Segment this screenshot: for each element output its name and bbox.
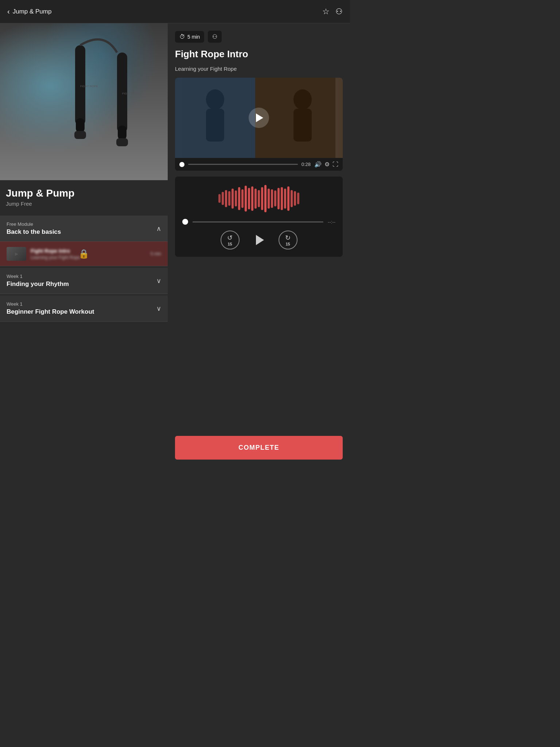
right-panel: ⏱ 5 min ⚇ Fight Rope Intro Learning your… <box>168 23 350 467</box>
waveform-bar <box>277 188 280 209</box>
waveform-bar <box>281 187 283 210</box>
waveform-bar <box>271 189 273 208</box>
svg-text:FIGHT ROPE: FIGHT ROPE <box>80 85 98 88</box>
module-week1-beginner: Week 1 Beginner Fight Rope Workout ∨ <box>0 295 168 322</box>
link-badge[interactable]: ⚇ <box>208 31 222 43</box>
waveform-bar <box>248 188 250 209</box>
video-play-button[interactable] <box>249 108 269 128</box>
svg-point-11 <box>206 89 224 110</box>
forward-button[interactable]: ↻ 15 <box>279 231 298 249</box>
module-free-header[interactable]: Free Module Back to the basics ∧ <box>0 216 168 241</box>
rewind-label: 15 <box>228 242 232 246</box>
svg-rect-3 <box>74 131 86 139</box>
back-arrow-icon: ‹ <box>7 7 10 16</box>
module-week1-beginner-chevron: ∨ <box>156 305 161 313</box>
audio-progress-handle[interactable] <box>182 219 188 225</box>
settings-icon[interactable]: ⚙ <box>324 161 330 168</box>
svg-point-13 <box>293 89 312 110</box>
waveform-bar <box>274 190 276 206</box>
content-description: Learning your Fight Rope <box>175 66 343 72</box>
svg-text:FIGHT ROPE: FIGHT ROPE <box>122 92 140 95</box>
course-subtitle: Jump Free <box>6 201 162 207</box>
audio-progress-row: --:-- <box>182 219 335 225</box>
volume-icon[interactable]: 🔊 <box>314 161 322 168</box>
waveform-bar <box>245 186 247 212</box>
module-week1-rhythm-header[interactable]: Week 1 Finding your Rhythm ∨ <box>0 268 168 294</box>
video-controls: 0:28 🔊 ⚙ ⛶ <box>175 158 343 171</box>
left-panel: FIGHT ROPE FIGHT ROPE Jump & Pump Jump F… <box>0 23 168 467</box>
svg-rect-6 <box>116 138 128 146</box>
content-title: Fight Rope Intro <box>175 49 343 60</box>
module-free-label: Free Module <box>7 221 61 227</box>
course-main-title: Jump & Pump <box>6 187 162 199</box>
modules-list: Free Module Back to the basics ∧ ▶ Fight… <box>0 210 168 327</box>
meta-row: ⏱ 5 min ⚇ <box>175 31 343 43</box>
complete-section: COMPLETE <box>175 432 343 460</box>
waveform-bar <box>222 192 224 205</box>
video-thumbnail[interactable] <box>175 78 343 158</box>
hero-image: FIGHT ROPE FIGHT ROPE <box>0 23 168 180</box>
audio-controls: ↺ 15 ↻ 15 <box>221 231 298 249</box>
audio-player: --:-- ↺ 15 ↻ 15 <box>175 177 343 257</box>
course-title-section: Jump & Pump Jump Free <box>0 180 168 210</box>
back-label: Jump & Pump <box>13 8 52 15</box>
rewind-button[interactable]: ↺ 15 <box>221 231 240 249</box>
video-progress-bar[interactable] <box>188 164 298 165</box>
waveform <box>182 184 335 213</box>
header-right: ☆ ⚇ <box>322 7 343 16</box>
complete-button[interactable]: COMPLETE <box>175 436 343 460</box>
video-player: 0:28 🔊 ⚙ ⛶ <box>175 78 343 171</box>
video-progress-handle[interactable] <box>179 162 184 167</box>
waveform-bar <box>232 189 234 209</box>
rope-illustration: FIGHT ROPE FIGHT ROPE <box>53 23 155 180</box>
waveform-bar <box>238 187 240 210</box>
fullscreen-icon[interactable]: ⛶ <box>332 161 338 168</box>
waveform-bar <box>261 187 263 210</box>
lock-icon: 🔒 <box>78 249 89 259</box>
waveform-bar <box>291 190 293 207</box>
header-left: ‹ Jump & Pump <box>7 7 51 16</box>
video-ctrl-icons: 🔊 ⚙ ⛶ <box>314 161 338 168</box>
video-timestamp: 0:28 <box>302 162 311 167</box>
svg-rect-5 <box>118 125 127 140</box>
lesson-duration: 5 min <box>151 251 161 256</box>
lesson-thumbnail: ▶ <box>7 247 26 261</box>
waveform-bar <box>264 185 267 212</box>
header: ‹ Jump & Pump ☆ ⚇ <box>0 0 350 23</box>
audio-progress-bar[interactable] <box>192 221 323 222</box>
svg-rect-2 <box>76 118 85 133</box>
waveform-bar <box>287 186 289 211</box>
locked-lesson-item[interactable]: ▶ Fight Rope Intro Learning your Fight R… <box>0 241 168 266</box>
module-week1-rhythm-chevron: ∨ <box>156 277 161 285</box>
module-week1-rhythm-name: Finding your Rhythm <box>7 280 69 288</box>
lesson-thumb-inner: ▶ <box>7 247 26 261</box>
waveform-bar <box>241 189 244 208</box>
clock-icon: ⏱ <box>179 34 185 40</box>
duration-text: 5 min <box>187 34 200 40</box>
play-triangle-icon <box>256 113 263 122</box>
waveform-bar <box>254 189 257 209</box>
waveform-bar <box>235 190 237 206</box>
svg-rect-0 <box>53 23 155 180</box>
back-button[interactable]: ‹ Jump & Pump <box>7 7 51 16</box>
module-week1-beginner-name: Beginner Fight Rope Workout <box>7 308 94 316</box>
module-week1-beginner-label: Week 1 <box>7 301 94 307</box>
module-week1-rhythm-label: Week 1 <box>7 274 69 279</box>
module-week1-beginner-header[interactable]: Week 1 Beginner Fight Rope Workout ∨ <box>0 295 168 321</box>
module-free-chevron: ∧ <box>156 225 161 233</box>
waveform-bar <box>294 191 296 205</box>
module-free-name: Back to the basics <box>7 228 61 236</box>
audio-play-button[interactable] <box>256 235 264 245</box>
svg-rect-14 <box>293 109 312 142</box>
forward-label: 15 <box>285 242 290 246</box>
module-free: Free Module Back to the basics ∧ ▶ Fight… <box>0 216 168 266</box>
main-layout: FIGHT ROPE FIGHT ROPE Jump & Pump Jump F… <box>0 23 350 467</box>
waveform-bar <box>258 190 260 207</box>
svg-rect-12 <box>206 109 224 142</box>
bookmark-icon[interactable]: ☆ <box>322 7 330 16</box>
waveform-bar <box>225 190 227 207</box>
waveform-bar <box>297 193 299 204</box>
waveform-bar <box>218 194 221 203</box>
waveform-bar <box>268 189 270 209</box>
share-link-icon[interactable]: ⚇ <box>335 7 343 16</box>
